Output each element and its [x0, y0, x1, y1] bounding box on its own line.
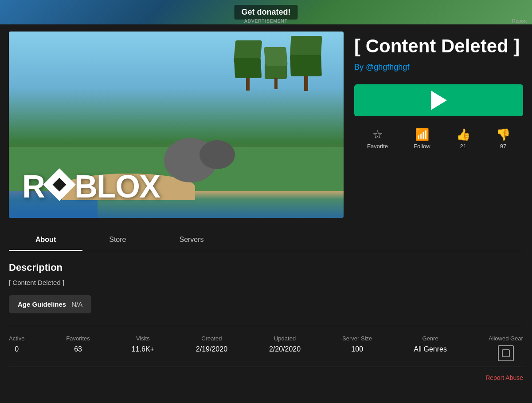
ad-banner: Get donated! ADVERTISEMENT Report — [0, 0, 532, 24]
gear-icon — [498, 345, 514, 361]
action-buttons: ☆ Favorite 📶 Follow 👍 21 👎 97 — [354, 125, 523, 153]
ad-label: ADVERTISEMENT — [244, 19, 288, 24]
stat-visits: Visits 11.6K+ — [132, 335, 154, 353]
stat-visits-label: Visits — [136, 335, 150, 342]
author-label: By — [354, 63, 364, 71]
follow-label: Follow — [414, 143, 430, 150]
game-title: [ Content Deleted ] — [354, 35, 523, 57]
stat-genre-value: All Genres — [414, 345, 447, 353]
game-thumbnail: R BLOX — [9, 32, 344, 218]
follow-icon: 📶 — [415, 129, 429, 140]
stat-favorites-value: 63 — [74, 345, 82, 353]
game-author: By @ghgfhghgf — [354, 63, 523, 72]
favorite-button[interactable]: ☆ Favorite — [367, 129, 388, 150]
roblox-diamond — [43, 168, 76, 201]
stat-updated-label: Updated — [274, 335, 296, 342]
stats-section: Active 0 Favorites 63 Visits 11.6K+ Crea… — [9, 326, 523, 361]
stat-updated-value: 2/20/2020 — [269, 345, 301, 353]
game-info-panel: [ Content Deleted ] By @ghgfhghgf ☆ Favo… — [354, 32, 523, 218]
stat-visits-value: 11.6K+ — [132, 345, 154, 353]
report-abuse[interactable]: Report Abuse — [9, 367, 523, 385]
tab-about[interactable]: About — [9, 229, 82, 251]
stat-created-value: 2/19/2020 — [196, 345, 227, 353]
stat-server-size-value: 100 — [351, 345, 363, 353]
author-handle[interactable]: @ghgfhghgf — [366, 63, 409, 71]
play-icon — [431, 91, 447, 110]
age-guidelines-label: Age Guidelines — [18, 300, 66, 308]
like-button[interactable]: 👍 21 — [456, 129, 470, 150]
stat-created: Created 2/19/2020 — [196, 335, 227, 353]
ad-report-link[interactable]: Report — [512, 18, 527, 24]
tab-servers[interactable]: Servers — [153, 229, 230, 251]
roblox-logo: R BLOX — [22, 168, 160, 205]
favorite-icon: ☆ — [372, 129, 383, 140]
stat-active: Active 0 — [9, 335, 24, 353]
stats-row: Active 0 Favorites 63 Visits 11.6K+ Crea… — [9, 335, 523, 361]
follow-button[interactable]: 📶 Follow — [414, 129, 430, 150]
stat-active-value: 0 — [15, 345, 19, 353]
about-section: Description [ Content Deleted ] Age Guid… — [9, 251, 523, 395]
thumbnail-rock-2 — [200, 140, 235, 169]
stat-active-label: Active — [9, 335, 24, 342]
favorite-label: Favorite — [367, 143, 388, 150]
main-content: R BLOX [ Content Deleted ] By @ghgfhghgf… — [0, 24, 532, 395]
description-title: Description — [9, 262, 523, 273]
stat-genre-label: Genre — [422, 335, 438, 342]
stat-genre: Genre All Genres — [414, 335, 447, 353]
ad-text: Get donated! — [235, 5, 298, 20]
like-count: 21 — [460, 143, 466, 150]
stat-server-size-label: Server Size — [342, 335, 372, 342]
age-badge: Age Guidelines N/A — [9, 295, 91, 313]
stat-favorites: Favorites 63 — [66, 335, 90, 353]
play-button[interactable] — [354, 84, 523, 116]
tabs-container: About Store Servers — [9, 229, 523, 251]
roblox-blox: BLOX — [74, 168, 160, 205]
stat-updated: Updated 2/20/2020 — [269, 335, 301, 353]
stat-allowed-gear-label: Allowed Gear — [489, 335, 523, 342]
dislike-icon: 👎 — [496, 129, 510, 140]
stat-server-size: Server Size 100 — [342, 335, 372, 353]
description-text: [ Content Deleted ] — [9, 279, 523, 286]
dislike-count: 97 — [500, 143, 506, 150]
stat-favorites-label: Favorites — [66, 335, 90, 342]
stat-allowed-gear: Allowed Gear — [489, 335, 523, 361]
age-guidelines-value: N/A — [71, 300, 82, 308]
roblox-r: R — [22, 168, 44, 205]
dislike-button[interactable]: 👎 97 — [496, 129, 510, 150]
thumbnail-trees — [235, 40, 321, 91]
tab-store[interactable]: Store — [82, 229, 153, 251]
stat-created-label: Created — [201, 335, 222, 342]
game-hero: R BLOX [ Content Deleted ] By @ghgfhghgf… — [9, 24, 523, 225]
like-icon: 👍 — [456, 129, 470, 140]
